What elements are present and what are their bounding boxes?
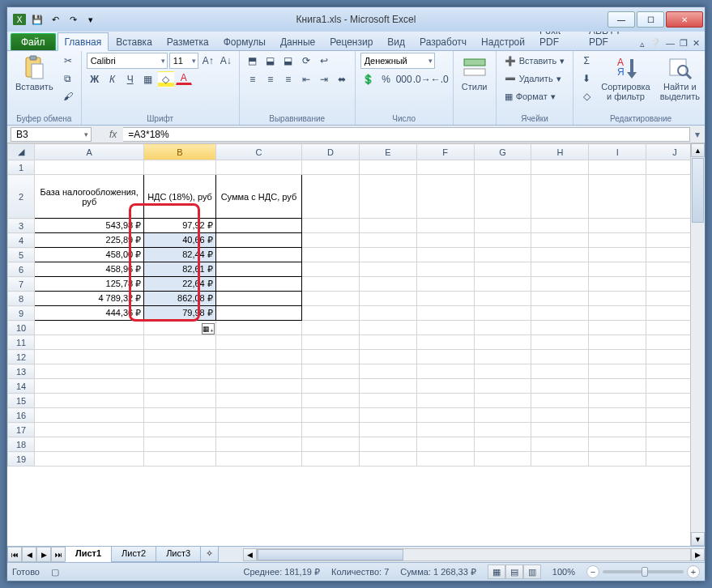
autofill-options-icon[interactable]: ▦+	[202, 323, 215, 334]
cell[interactable]	[589, 394, 646, 408]
cell[interactable]	[359, 292, 416, 306]
cell[interactable]	[646, 175, 690, 219]
cell[interactable]	[35, 394, 144, 408]
increase-indent-icon[interactable]: ⇥	[316, 71, 332, 87]
cell[interactable]	[646, 452, 690, 467]
wrap-text-icon[interactable]: ↩	[316, 53, 332, 69]
zoom-slider[interactable]: − +	[586, 565, 700, 578]
decrease-indent-icon[interactable]: ⇤	[298, 71, 314, 87]
cell[interactable]	[359, 394, 416, 408]
cell[interactable]	[302, 394, 360, 408]
cell[interactable]	[474, 277, 531, 292]
cell[interactable]	[416, 364, 474, 379]
cell[interactable]	[646, 292, 690, 306]
row-header[interactable]: 19	[8, 452, 35, 467]
ribbon-minimize-icon[interactable]: ㅤ▵	[640, 38, 645, 50]
cell[interactable]	[531, 292, 589, 306]
formula-input[interactable]: =A3*18%	[123, 127, 690, 142]
cell[interactable]	[474, 292, 531, 306]
cell[interactable]	[359, 321, 416, 335]
cell[interactable]	[359, 335, 416, 350]
qat-customize-icon[interactable]: ▾	[83, 12, 98, 27]
sheet-tab-2[interactable]: Лист2	[111, 547, 156, 562]
tab-nav-first-icon[interactable]: ⏮	[7, 547, 22, 562]
cell[interactable]	[589, 423, 646, 437]
row-header[interactable]: 7	[8, 277, 35, 292]
cell[interactable]	[302, 292, 360, 306]
cell[interactable]	[416, 233, 474, 248]
row-header[interactable]: 10	[8, 321, 35, 335]
cell[interactable]	[302, 364, 360, 379]
view-pagebreak-icon[interactable]: ▥	[523, 565, 541, 579]
vertical-scrollbar[interactable]: ▲ ▼	[690, 143, 705, 546]
cell[interactable]: База налогообложения, руб	[35, 175, 144, 219]
cell[interactable]	[215, 452, 301, 467]
clear-icon[interactable]: ◇	[578, 88, 595, 104]
cell[interactable]	[144, 335, 216, 350]
cell[interactable]	[589, 292, 646, 306]
cell[interactable]: 4 789,32 ₽	[35, 292, 144, 306]
cell[interactable]	[215, 160, 301, 175]
cell[interactable]: 862,08 ₽	[144, 292, 216, 306]
cell[interactable]	[416, 248, 474, 262]
tab-nav-last-icon[interactable]: ⏭	[51, 547, 66, 562]
row-header[interactable]: 3	[8, 219, 35, 233]
cell[interactable]	[589, 408, 646, 423]
tab-developer[interactable]: Разработч	[412, 32, 474, 50]
scroll-left-icon[interactable]: ◀	[243, 548, 257, 561]
tab-insert[interactable]: Вставка	[109, 32, 160, 50]
paste-button[interactable]: Вставить	[12, 53, 57, 93]
cell[interactable]	[531, 262, 589, 277]
font-color-icon[interactable]: A	[176, 71, 192, 85]
cell[interactable]	[302, 306, 360, 321]
cell[interactable]	[646, 408, 690, 423]
col-header-e[interactable]: E	[359, 144, 416, 160]
cell[interactable]	[646, 160, 690, 175]
cell[interactable]	[359, 452, 416, 467]
cell[interactable]	[474, 175, 531, 219]
cell[interactable]	[531, 277, 589, 292]
cell[interactable]	[215, 248, 301, 262]
percent-icon[interactable]: %	[378, 71, 394, 87]
cell[interactable]	[144, 423, 216, 437]
cell[interactable]	[215, 219, 301, 233]
row-header[interactable]: 18	[8, 437, 35, 452]
cell[interactable]	[416, 160, 474, 175]
scroll-thumb-v[interactable]	[692, 158, 704, 223]
tab-review[interactable]: Рецензир	[322, 32, 380, 50]
maximize-button[interactable]: ☐	[637, 11, 664, 28]
row-header[interactable]: 17	[8, 423, 35, 437]
cell[interactable]	[144, 452, 216, 467]
cell[interactable]	[302, 437, 360, 452]
undo-icon[interactable]: ↶	[48, 12, 62, 27]
tab-addins[interactable]: Надстрой	[474, 32, 532, 50]
cell[interactable]	[35, 160, 144, 175]
col-header-a[interactable]: A	[35, 144, 144, 160]
zoom-knob[interactable]	[642, 567, 648, 577]
scroll-down-icon[interactable]: ▼	[691, 532, 705, 546]
name-box[interactable]: B3	[11, 127, 92, 142]
view-pagelayout-icon[interactable]: ▤	[505, 565, 523, 579]
cell[interactable]	[474, 262, 531, 277]
cell[interactable]	[589, 364, 646, 379]
cell[interactable]	[215, 408, 301, 423]
save-icon[interactable]: 💾	[30, 12, 45, 27]
cell[interactable]	[359, 437, 416, 452]
row-header[interactable]: 15	[8, 394, 35, 408]
col-header-f[interactable]: F	[416, 144, 474, 160]
align-left-icon[interactable]: ≡	[245, 71, 261, 87]
cell[interactable]	[646, 394, 690, 408]
cell[interactable]	[474, 379, 531, 394]
row-header[interactable]: 4	[8, 233, 35, 248]
cell[interactable]	[35, 408, 144, 423]
cell[interactable]	[35, 437, 144, 452]
cell[interactable]: 40,66 ₽	[144, 233, 216, 248]
cell[interactable]	[589, 175, 646, 219]
cell[interactable]	[531, 364, 589, 379]
row-header[interactable]: 6	[8, 262, 35, 277]
scroll-right-icon[interactable]: ▶	[691, 548, 705, 561]
cell[interactable]	[531, 248, 589, 262]
tab-formulas[interactable]: Формулы	[216, 32, 273, 50]
cell[interactable]	[646, 379, 690, 394]
cell[interactable]	[359, 364, 416, 379]
